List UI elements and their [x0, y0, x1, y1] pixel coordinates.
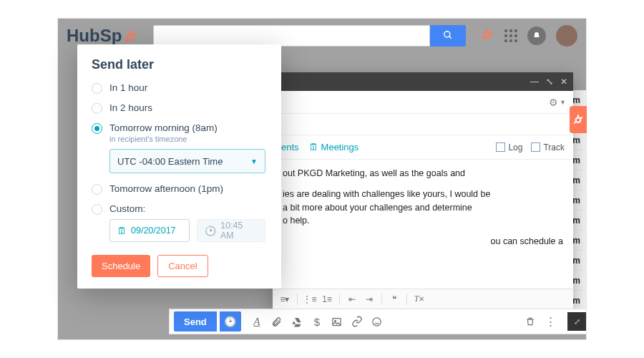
collapse-icon[interactable]: ⤡: [546, 77, 553, 87]
body-text: ies are dealing with challenges like you…: [283, 188, 563, 228]
option-custom[interactable]: Custom:: [92, 203, 267, 215]
svg-line-16: [580, 117, 582, 119]
minimize-icon[interactable]: —: [530, 77, 539, 87]
emoji-icon[interactable]: [369, 313, 386, 330]
hubspot-logo: HubSp: [67, 26, 139, 46]
svg-point-0: [127, 34, 133, 40]
apps-icon[interactable]: [504, 29, 517, 42]
format-toolbar: ≡▾ ⋮≡ 1≡ ⇤ ⇥ ❝ T✕: [273, 289, 573, 309]
radio-icon: [92, 103, 102, 114]
send-toolbar: Send 🕑 A $ ⋮ ⤢: [169, 309, 587, 334]
calendar-icon: 🗓: [309, 142, 318, 153]
send-button[interactable]: Send: [174, 311, 217, 332]
money-icon[interactable]: $: [308, 313, 326, 330]
compose-window: — ⤡ ✕ ⚙▼ ents 🗓Meetings Log Track out PK…: [273, 72, 573, 309]
image-icon[interactable]: [328, 313, 346, 330]
radio-icon: [92, 123, 102, 134]
toolbar-link[interactable]: ents: [281, 142, 299, 153]
avatar[interactable]: [556, 25, 577, 47]
compose-body[interactable]: out PKGD Marketing, as well as the goals…: [273, 160, 573, 289]
svg-line-5: [449, 36, 452, 38]
meetings-link[interactable]: 🗓Meetings: [309, 142, 359, 153]
logo-text: HubSp: [67, 26, 122, 46]
font-icon[interactable]: A: [248, 313, 265, 330]
search-icon: [443, 30, 453, 42]
option-label: In 2 hours: [109, 102, 152, 113]
search-button[interactable]: [430, 25, 466, 47]
track-checkbox[interactable]: Track: [531, 142, 565, 153]
list-number-icon[interactable]: 1≡: [319, 292, 335, 306]
option-label: Tomorrow morning (8am): [109, 122, 218, 133]
custom-time-input[interactable]: 🕑 10:45 AM: [197, 219, 265, 242]
cancel-button[interactable]: Cancel: [157, 255, 208, 277]
list-bullet-icon[interactable]: ⋮≡: [302, 292, 318, 306]
clear-format-icon[interactable]: T✕: [411, 292, 427, 306]
quote-icon[interactable]: ❝: [386, 292, 402, 306]
option-subtext: in recipient's timezone: [109, 135, 218, 143]
schedule-button[interactable]: Schedule: [92, 255, 150, 277]
caret-down-icon: ▼: [250, 158, 258, 165]
timezone-select[interactable]: UTC -04:00 Eastern Time ▼: [109, 149, 265, 173]
svg-line-15: [574, 122, 576, 124]
close-icon[interactable]: ✕: [560, 77, 567, 87]
gear-icon: ⚙: [549, 97, 558, 108]
radio-icon: [92, 83, 102, 94]
option-in-2-hours[interactable]: In 2 hours: [92, 102, 267, 114]
more-icon[interactable]: ⋮: [542, 313, 559, 330]
option-tomorrow-afternoon[interactable]: Tomorrow afternoon (1pm): [92, 183, 267, 195]
settings-dropdown[interactable]: ⚙▼: [549, 97, 566, 108]
option-in-1-hour[interactable]: In 1 hour: [92, 82, 267, 94]
svg-point-11: [335, 320, 336, 321]
svg-line-3: [133, 34, 136, 36]
align-icon[interactable]: ≡▾: [277, 292, 293, 306]
option-label: Custom:: [109, 203, 145, 214]
body-text: ou can schedule a: [283, 235, 563, 248]
svg-point-4: [444, 31, 450, 37]
svg-line-9: [489, 32, 492, 34]
calendar-icon: 🗓: [117, 226, 127, 236]
log-checkbox[interactable]: Log: [496, 142, 522, 153]
date-value: 09/20/2017: [131, 226, 176, 236]
indent-icon[interactable]: ⇥: [361, 292, 377, 306]
radio-icon: [92, 204, 102, 215]
sprocket-icon[interactable]: [480, 27, 494, 44]
notifications-icon[interactable]: [527, 26, 546, 45]
svg-point-13: [576, 117, 581, 122]
option-label: In 1 hour: [109, 82, 147, 93]
body-text: out PKGD Marketing, as well as the goals…: [283, 167, 563, 180]
custom-date-input[interactable]: 🗓 09/20/2017: [109, 219, 190, 242]
radio-icon: [92, 184, 102, 195]
outdent-icon[interactable]: ⇤: [344, 292, 360, 306]
caret-down-icon: ▼: [560, 99, 566, 106]
search-input[interactable]: [153, 25, 430, 47]
svg-point-12: [373, 317, 381, 325]
modal-title: Send later: [92, 57, 267, 72]
time-value: 10:45 AM: [220, 221, 258, 241]
svg-line-2: [125, 39, 128, 41]
drive-icon[interactable]: [288, 313, 306, 330]
option-tomorrow-morning[interactable]: Tomorrow morning (8am) in recipient's ti…: [92, 122, 267, 143]
svg-line-8: [482, 37, 485, 39]
sprocket-icon: [123, 28, 139, 44]
option-label: Tomorrow afternoon (1pm): [109, 183, 223, 194]
send-later-modal: Send later In 1 hour In 2 hours Tomorrow…: [77, 44, 281, 289]
schedule-send-button[interactable]: 🕑: [220, 311, 241, 332]
timezone-value: UTC -04:00 Eastern Time: [117, 156, 223, 167]
link-icon[interactable]: [348, 313, 366, 330]
svg-point-6: [484, 32, 490, 38]
attach-icon[interactable]: [268, 313, 286, 330]
hubspot-sidebar-tab[interactable]: [570, 106, 587, 133]
trash-icon[interactable]: [522, 313, 539, 330]
clock-icon: 🕑: [224, 316, 236, 327]
clock-icon: 🕑: [205, 226, 216, 236]
expand-icon[interactable]: ⤢: [567, 312, 586, 331]
